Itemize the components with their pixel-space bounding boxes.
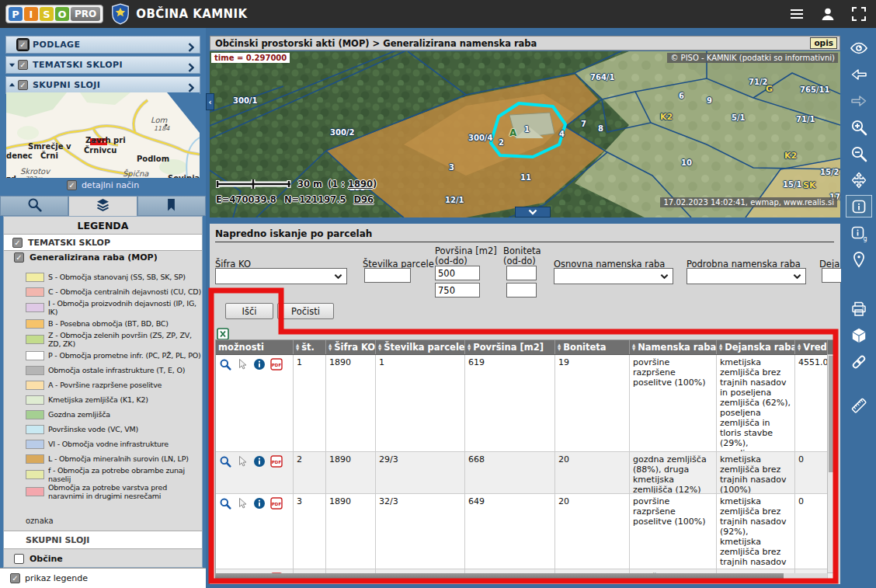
stevilka-parcele-input[interactable] xyxy=(364,268,411,283)
panel-tematski-sklopi[interactable]: ✓ TEMATSKI SKLOPI xyxy=(5,56,200,74)
column-header-6[interactable]: ▲▼Namenska raba xyxy=(630,340,717,354)
scrollbar-thumb[interactable] xyxy=(215,573,784,581)
panel-podlage[interactable]: ✓ PODLAGE xyxy=(5,36,200,54)
column-header-3[interactable]: ▲▼Številka parcele xyxy=(376,340,465,354)
piso-logo[interactable]: P I S O PRO xyxy=(5,5,103,23)
sifra-ko-select[interactable] xyxy=(215,268,347,284)
zoom-in-icon[interactable] xyxy=(846,117,871,137)
generalizirana-raba-checkbox[interactable]: ✓ xyxy=(14,252,24,263)
info-icon[interactable] xyxy=(253,497,266,510)
minimap-place-label: Smrečje v xyxy=(28,142,71,151)
select-icon[interactable] xyxy=(236,358,249,371)
sort-icon[interactable]: ▲▼ xyxy=(719,343,722,351)
measure-icon[interactable] xyxy=(846,395,871,416)
scrollbar-thumb[interactable] xyxy=(829,356,833,472)
legend-items: S - Območja stanovanj (SS, SB, SK, SP)C … xyxy=(4,270,202,515)
legend-item: Območja za potrebe varstva pred naravnim… xyxy=(4,483,202,500)
sort-icon[interactable]: ▲▼ xyxy=(468,343,471,351)
obcine-checkbox[interactable] xyxy=(14,554,24,564)
table-row: PDF11890161919površine razpršene poselit… xyxy=(216,355,835,452)
tab-bookmarks[interactable] xyxy=(137,196,206,216)
legend-section-row[interactable]: ✓ TEMATSKI SKLOP xyxy=(4,234,202,251)
map-collapse-button[interactable] xyxy=(515,207,551,217)
zoom-icon[interactable] xyxy=(219,358,231,371)
back-arrow-icon[interactable] xyxy=(846,64,871,85)
tab-layers[interactable] xyxy=(68,196,137,216)
detail-mode-checkbox[interactable]: ✓ xyxy=(67,180,77,190)
column-header-4[interactable]: ▲▼Površina [m2] xyxy=(465,340,555,354)
osnovna-raba-select[interactable] xyxy=(554,268,673,284)
excel-export-icon[interactable] xyxy=(217,328,229,340)
dejanska-raba-input[interactable] xyxy=(822,268,841,283)
sort-icon[interactable]: ▲▼ xyxy=(296,343,299,351)
link-icon[interactable] xyxy=(846,351,871,372)
column-header-7[interactable]: ▲▼Dejanska raba xyxy=(717,340,795,354)
table-vertical-scrollbar[interactable] xyxy=(827,354,835,573)
zoom-out-icon[interactable] xyxy=(846,143,871,164)
pdf-icon[interactable]: PDF xyxy=(270,455,283,468)
sort-icon[interactable]: ▲▼ xyxy=(798,343,801,351)
sort-icon[interactable]: ▲▼ xyxy=(632,343,635,351)
column-header-2[interactable]: ▲▼Šifra KO xyxy=(326,340,376,354)
tab-search[interactable] xyxy=(0,196,68,216)
legend-swatch xyxy=(26,410,44,419)
pdf-icon[interactable]: PDF xyxy=(270,497,283,510)
logo-letter: O xyxy=(55,7,69,21)
skupni-checkbox[interactable]: ✓ xyxy=(18,80,28,90)
pdf-icon[interactable]: PDF xyxy=(270,358,283,371)
prikaz-legende-checkbox[interactable]: ✓ xyxy=(10,573,20,583)
info-icon[interactable] xyxy=(253,455,266,468)
pan-icon[interactable] xyxy=(846,169,871,190)
zoom-icon[interactable] xyxy=(219,497,231,510)
column-header-5[interactable]: ▲▼Boniteta xyxy=(555,340,630,354)
menu-icon[interactable] xyxy=(787,5,806,23)
povrsina-od-do-label: (od-do) xyxy=(435,256,468,266)
povrsina-od-input[interactable] xyxy=(435,266,480,280)
sort-icon[interactable]: ▲▼ xyxy=(378,343,381,351)
overview-minimap[interactable]: Smrečje vČrniZavrh priČrnivcuPodlomLom11… xyxy=(6,92,200,178)
cell-boniteta: 20 xyxy=(555,452,630,493)
isci-button[interactable]: Išči xyxy=(225,303,273,319)
row-actions: PDF xyxy=(216,494,294,569)
sort-icon[interactable]: ▲▼ xyxy=(328,343,332,351)
map-parcel-label: 2 xyxy=(499,138,504,147)
cube-icon[interactable] xyxy=(846,325,871,346)
column-header-1[interactable]: ▲▼št. xyxy=(294,340,326,354)
boniteta-od-input[interactable] xyxy=(506,266,537,280)
select-icon[interactable] xyxy=(236,455,249,468)
user-icon[interactable] xyxy=(819,5,837,23)
column-header-8[interactable]: ▲▼Vrednost [ xyxy=(795,340,828,354)
legend-group-row[interactable]: ✓ Generalizirana raba (MOP) xyxy=(4,252,202,263)
tematski-sklop-checkbox[interactable]: ✓ xyxy=(12,238,23,248)
podlage-checkbox[interactable]: ✓ xyxy=(18,40,28,50)
povrsina-do-input[interactable] xyxy=(435,283,480,297)
legend-obcine-row[interactable]: Občine xyxy=(4,554,202,564)
podrobna-raba-select[interactable] xyxy=(687,268,806,284)
identify-group-icon[interactable]: g xyxy=(846,222,871,243)
visibility-icon[interactable] xyxy=(846,37,871,58)
fullscreen-icon[interactable] xyxy=(850,5,868,23)
map-view[interactable]: 300/1300/2300/429912/132A1478116K2G5/176… xyxy=(210,51,840,217)
identify-icon[interactable] xyxy=(846,196,871,217)
table-horizontal-scrollbar[interactable] xyxy=(215,573,827,581)
pocisti-button[interactable]: Počisti xyxy=(277,303,334,319)
minimap-place-label: Črnivcu xyxy=(84,146,116,155)
datum-link[interactable]: D96 xyxy=(354,194,374,205)
sidebar-collapse-handle[interactable]: ‹ xyxy=(206,93,214,110)
boniteta-do-input[interactable] xyxy=(506,283,537,297)
opis-button[interactable]: opis xyxy=(810,37,837,49)
zoom-icon[interactable] xyxy=(219,455,231,468)
triangle-up-icon[interactable] xyxy=(6,82,18,89)
info-icon[interactable] xyxy=(253,358,266,371)
panel-skupni-sloji[interactable]: ✓ SKUPNI SLOJI xyxy=(5,76,200,94)
tematski-checkbox[interactable]: ✓ xyxy=(18,60,28,70)
print-icon[interactable] xyxy=(846,298,871,319)
scale-ratio[interactable]: (1 : 1890) xyxy=(328,179,377,190)
main-area: Občinski prostorski akti (MOP) > General… xyxy=(206,28,841,588)
location-icon[interactable] xyxy=(846,249,871,270)
legend-item: C - Območja centralnih dejavnosti (CU, C… xyxy=(4,284,202,299)
cell-dejanska: kmetijska zemljišča brez trajnih nasadov… xyxy=(717,452,795,493)
select-icon[interactable] xyxy=(236,497,249,510)
sort-icon[interactable]: ▲▼ xyxy=(558,343,561,351)
triangle-down-icon[interactable] xyxy=(6,61,18,68)
